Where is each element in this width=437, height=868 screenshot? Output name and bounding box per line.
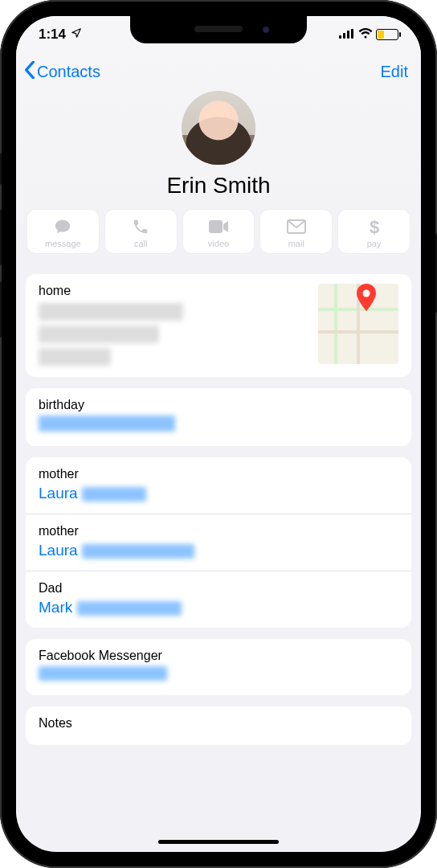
- wifi-icon: [358, 27, 373, 43]
- map-thumbnail[interactable]: [318, 284, 398, 364]
- video-icon: [208, 218, 229, 235]
- contact-name: Erin Smith: [16, 173, 421, 199]
- social-value-redacted: [39, 666, 398, 684]
- message-icon: [52, 218, 73, 235]
- action-pay[interactable]: $ pay: [338, 210, 410, 253]
- edit-button[interactable]: Edit: [381, 63, 408, 81]
- svg-text:$: $: [369, 217, 378, 236]
- relation-row[interactable]: mother Laura: [26, 514, 411, 571]
- relation-name: Laura: [39, 485, 78, 502]
- location-icon: [71, 27, 82, 43]
- action-label: mail: [288, 239, 304, 248]
- relation-surname-redacted: [82, 544, 194, 559]
- relation-label: mother: [39, 524, 398, 538]
- action-label: video: [208, 239, 229, 248]
- action-row: message call video mail $ pay: [16, 210, 421, 263]
- relation-name: Laura: [39, 542, 78, 559]
- action-message[interactable]: message: [27, 210, 99, 253]
- phone-frame: 1:14: [0, 0, 437, 868]
- svg-rect-3: [351, 29, 353, 39]
- screen: 1:14: [16, 16, 421, 852]
- relation-label: mother: [39, 467, 398, 481]
- notch: [130, 16, 307, 43]
- volume-up-button: [0, 209, 2, 265]
- svg-rect-4: [209, 220, 223, 233]
- address-card[interactable]: home: [26, 274, 411, 377]
- action-call[interactable]: call: [105, 210, 177, 253]
- birthday-label: birthday: [39, 398, 398, 412]
- address-value-redacted: [39, 303, 308, 366]
- volume-down-button: [0, 281, 2, 338]
- relation-row[interactable]: mother Laura: [26, 457, 411, 514]
- chevron-left-icon: [24, 61, 35, 83]
- relations-card: mother Laura mother Laura Dad: [26, 457, 411, 628]
- home-indicator[interactable]: [158, 840, 279, 844]
- status-time: 1:14: [39, 27, 66, 43]
- back-label: Contacts: [37, 63, 100, 81]
- action-label: message: [45, 239, 81, 248]
- relation-surname-redacted: [77, 601, 182, 616]
- svg-rect-1: [343, 33, 345, 39]
- contact-header-area: Contacts Edit Erin Smith message call: [16, 16, 421, 263]
- svg-rect-0: [339, 35, 341, 39]
- action-video[interactable]: video: [183, 210, 255, 253]
- address-label: home: [39, 284, 308, 298]
- contact-details: home: [16, 274, 421, 761]
- battery-icon: [376, 29, 398, 40]
- social-label: Facebook Messenger: [39, 649, 398, 663]
- phone-icon: [130, 218, 151, 235]
- svg-rect-2: [347, 31, 349, 39]
- action-label: call: [134, 239, 148, 248]
- birthday-card[interactable]: birthday: [26, 388, 411, 446]
- back-button[interactable]: Contacts: [24, 61, 100, 83]
- relation-row[interactable]: Dad Mark: [26, 571, 411, 628]
- relation-surname-redacted: [82, 487, 146, 502]
- notes-label: Notes: [39, 716, 398, 731]
- action-mail[interactable]: mail: [260, 210, 332, 253]
- relation-label: Dad: [39, 581, 398, 596]
- social-card[interactable]: Facebook Messenger: [26, 639, 411, 695]
- svg-point-7: [363, 290, 370, 297]
- dollar-icon: $: [364, 218, 385, 235]
- mail-icon: [286, 218, 307, 235]
- cellular-icon: [339, 27, 355, 43]
- side-button: [0, 153, 2, 185]
- nav-bar: Contacts Edit: [16, 53, 421, 86]
- birthday-value-redacted: [39, 416, 398, 435]
- notes-card[interactable]: Notes: [26, 706, 411, 745]
- action-label: pay: [367, 239, 382, 248]
- avatar[interactable]: [182, 91, 255, 165]
- relation-name: Mark: [39, 599, 72, 616]
